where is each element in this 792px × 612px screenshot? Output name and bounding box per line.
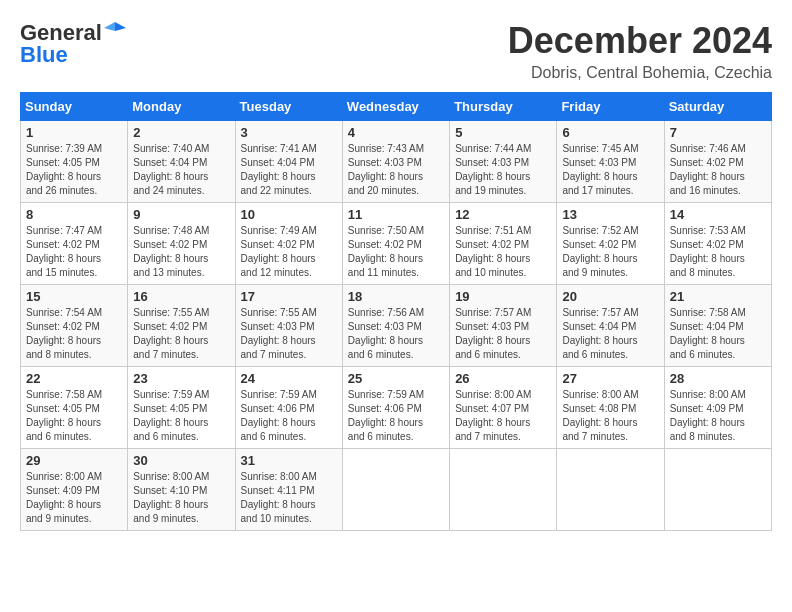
day-number: 6	[562, 125, 658, 140]
calendar-cell: 22Sunrise: 7:58 AM Sunset: 4:05 PM Dayli…	[21, 367, 128, 449]
calendar-cell: 24Sunrise: 7:59 AM Sunset: 4:06 PM Dayli…	[235, 367, 342, 449]
calendar-cell: 10Sunrise: 7:49 AM Sunset: 4:02 PM Dayli…	[235, 203, 342, 285]
svg-marker-0	[115, 22, 126, 31]
calendar-cell	[450, 449, 557, 531]
calendar-cell: 26Sunrise: 8:00 AM Sunset: 4:07 PM Dayli…	[450, 367, 557, 449]
day-number: 29	[26, 453, 122, 468]
calendar-cell: 27Sunrise: 8:00 AM Sunset: 4:08 PM Dayli…	[557, 367, 664, 449]
day-number: 5	[455, 125, 551, 140]
day-info: Sunrise: 7:46 AM Sunset: 4:02 PM Dayligh…	[670, 142, 766, 198]
title-block: December 2024 Dobris, Central Bohemia, C…	[508, 20, 772, 82]
day-number: 20	[562, 289, 658, 304]
day-info: Sunrise: 7:55 AM Sunset: 4:02 PM Dayligh…	[133, 306, 229, 362]
calendar-cell: 7Sunrise: 7:46 AM Sunset: 4:02 PM Daylig…	[664, 121, 771, 203]
day-number: 4	[348, 125, 444, 140]
day-number: 10	[241, 207, 337, 222]
day-number: 14	[670, 207, 766, 222]
day-info: Sunrise: 7:59 AM Sunset: 4:06 PM Dayligh…	[348, 388, 444, 444]
day-info: Sunrise: 7:45 AM Sunset: 4:03 PM Dayligh…	[562, 142, 658, 198]
logo-text-blue: Blue	[20, 42, 68, 68]
calendar-cell: 17Sunrise: 7:55 AM Sunset: 4:03 PM Dayli…	[235, 285, 342, 367]
day-number: 22	[26, 371, 122, 386]
day-number: 9	[133, 207, 229, 222]
calendar-week-3: 15Sunrise: 7:54 AM Sunset: 4:02 PM Dayli…	[21, 285, 772, 367]
weekday-header-saturday: Saturday	[664, 93, 771, 121]
day-number: 31	[241, 453, 337, 468]
day-info: Sunrise: 7:43 AM Sunset: 4:03 PM Dayligh…	[348, 142, 444, 198]
calendar-cell	[664, 449, 771, 531]
day-info: Sunrise: 8:00 AM Sunset: 4:10 PM Dayligh…	[133, 470, 229, 526]
day-info: Sunrise: 7:48 AM Sunset: 4:02 PM Dayligh…	[133, 224, 229, 280]
day-info: Sunrise: 7:51 AM Sunset: 4:02 PM Dayligh…	[455, 224, 551, 280]
day-number: 11	[348, 207, 444, 222]
weekday-header-monday: Monday	[128, 93, 235, 121]
weekday-header-row: SundayMondayTuesdayWednesdayThursdayFrid…	[21, 93, 772, 121]
day-info: Sunrise: 7:44 AM Sunset: 4:03 PM Dayligh…	[455, 142, 551, 198]
calendar-cell: 29Sunrise: 8:00 AM Sunset: 4:09 PM Dayli…	[21, 449, 128, 531]
day-number: 7	[670, 125, 766, 140]
calendar-cell: 15Sunrise: 7:54 AM Sunset: 4:02 PM Dayli…	[21, 285, 128, 367]
calendar-week-2: 8Sunrise: 7:47 AM Sunset: 4:02 PM Daylig…	[21, 203, 772, 285]
day-info: Sunrise: 7:58 AM Sunset: 4:05 PM Dayligh…	[26, 388, 122, 444]
calendar-cell: 4Sunrise: 7:43 AM Sunset: 4:03 PM Daylig…	[342, 121, 449, 203]
day-info: Sunrise: 7:55 AM Sunset: 4:03 PM Dayligh…	[241, 306, 337, 362]
calendar-cell: 25Sunrise: 7:59 AM Sunset: 4:06 PM Dayli…	[342, 367, 449, 449]
calendar-cell: 14Sunrise: 7:53 AM Sunset: 4:02 PM Dayli…	[664, 203, 771, 285]
day-info: Sunrise: 8:00 AM Sunset: 4:09 PM Dayligh…	[670, 388, 766, 444]
calendar-cell: 21Sunrise: 7:58 AM Sunset: 4:04 PM Dayli…	[664, 285, 771, 367]
day-number: 2	[133, 125, 229, 140]
day-info: Sunrise: 7:50 AM Sunset: 4:02 PM Dayligh…	[348, 224, 444, 280]
logo-bird-icon	[104, 20, 126, 42]
day-number: 25	[348, 371, 444, 386]
day-number: 23	[133, 371, 229, 386]
day-number: 13	[562, 207, 658, 222]
calendar-week-1: 1Sunrise: 7:39 AM Sunset: 4:05 PM Daylig…	[21, 121, 772, 203]
page-header: General Blue December 2024 Dobris, Centr…	[20, 20, 772, 82]
day-info: Sunrise: 8:00 AM Sunset: 4:07 PM Dayligh…	[455, 388, 551, 444]
day-number: 28	[670, 371, 766, 386]
day-number: 12	[455, 207, 551, 222]
calendar-cell: 3Sunrise: 7:41 AM Sunset: 4:04 PM Daylig…	[235, 121, 342, 203]
day-info: Sunrise: 7:59 AM Sunset: 4:05 PM Dayligh…	[133, 388, 229, 444]
day-number: 3	[241, 125, 337, 140]
calendar-week-5: 29Sunrise: 8:00 AM Sunset: 4:09 PM Dayli…	[21, 449, 772, 531]
day-number: 8	[26, 207, 122, 222]
day-info: Sunrise: 7:54 AM Sunset: 4:02 PM Dayligh…	[26, 306, 122, 362]
weekday-header-sunday: Sunday	[21, 93, 128, 121]
calendar-cell: 9Sunrise: 7:48 AM Sunset: 4:02 PM Daylig…	[128, 203, 235, 285]
day-info: Sunrise: 7:57 AM Sunset: 4:04 PM Dayligh…	[562, 306, 658, 362]
day-info: Sunrise: 7:58 AM Sunset: 4:04 PM Dayligh…	[670, 306, 766, 362]
svg-marker-1	[104, 22, 115, 31]
calendar-cell: 1Sunrise: 7:39 AM Sunset: 4:05 PM Daylig…	[21, 121, 128, 203]
weekday-header-thursday: Thursday	[450, 93, 557, 121]
day-info: Sunrise: 7:41 AM Sunset: 4:04 PM Dayligh…	[241, 142, 337, 198]
day-number: 17	[241, 289, 337, 304]
calendar-cell: 30Sunrise: 8:00 AM Sunset: 4:10 PM Dayli…	[128, 449, 235, 531]
day-info: Sunrise: 8:00 AM Sunset: 4:08 PM Dayligh…	[562, 388, 658, 444]
calendar-cell: 5Sunrise: 7:44 AM Sunset: 4:03 PM Daylig…	[450, 121, 557, 203]
day-info: Sunrise: 7:52 AM Sunset: 4:02 PM Dayligh…	[562, 224, 658, 280]
day-info: Sunrise: 7:53 AM Sunset: 4:02 PM Dayligh…	[670, 224, 766, 280]
day-info: Sunrise: 7:39 AM Sunset: 4:05 PM Dayligh…	[26, 142, 122, 198]
calendar-cell: 23Sunrise: 7:59 AM Sunset: 4:05 PM Dayli…	[128, 367, 235, 449]
day-info: Sunrise: 7:40 AM Sunset: 4:04 PM Dayligh…	[133, 142, 229, 198]
day-number: 26	[455, 371, 551, 386]
day-info: Sunrise: 7:47 AM Sunset: 4:02 PM Dayligh…	[26, 224, 122, 280]
calendar-cell: 12Sunrise: 7:51 AM Sunset: 4:02 PM Dayli…	[450, 203, 557, 285]
day-number: 19	[455, 289, 551, 304]
day-number: 21	[670, 289, 766, 304]
subtitle: Dobris, Central Bohemia, Czechia	[508, 64, 772, 82]
day-number: 1	[26, 125, 122, 140]
calendar-cell	[342, 449, 449, 531]
calendar-week-4: 22Sunrise: 7:58 AM Sunset: 4:05 PM Dayli…	[21, 367, 772, 449]
calendar-cell: 18Sunrise: 7:56 AM Sunset: 4:03 PM Dayli…	[342, 285, 449, 367]
calendar-cell: 16Sunrise: 7:55 AM Sunset: 4:02 PM Dayli…	[128, 285, 235, 367]
main-title: December 2024	[508, 20, 772, 62]
logo: General Blue	[20, 20, 126, 68]
day-number: 24	[241, 371, 337, 386]
day-number: 16	[133, 289, 229, 304]
day-number: 27	[562, 371, 658, 386]
weekday-header-friday: Friday	[557, 93, 664, 121]
calendar-cell: 31Sunrise: 8:00 AM Sunset: 4:11 PM Dayli…	[235, 449, 342, 531]
calendar-cell: 20Sunrise: 7:57 AM Sunset: 4:04 PM Dayli…	[557, 285, 664, 367]
